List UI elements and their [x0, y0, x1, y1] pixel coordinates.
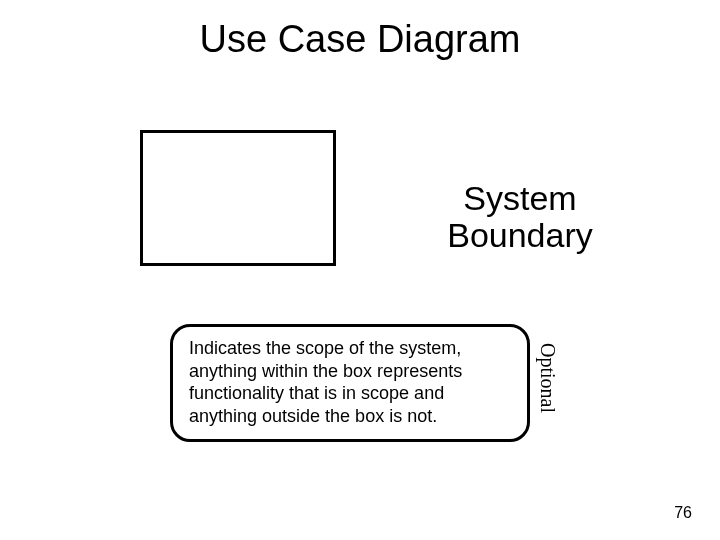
optional-label: Optional: [536, 343, 559, 413]
system-boundary-box: [140, 130, 336, 266]
note-text: Indicates the scope of the system, anyth…: [170, 324, 530, 442]
system-boundary-label: System Boundary: [390, 180, 650, 255]
page-number: 76: [674, 504, 692, 522]
slide-title: Use Case Diagram: [0, 18, 720, 61]
note-container: Indicates the scope of the system, anyth…: [170, 324, 530, 442]
